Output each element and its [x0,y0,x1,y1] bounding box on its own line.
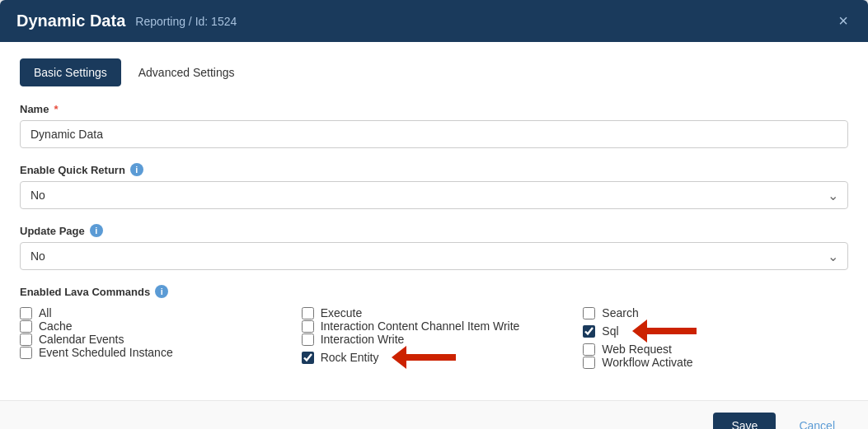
checkbox-interaction-write-label: Interaction Write [321,333,405,346]
checkbox-col3: Search Sql Web Request Workflow Activate [583,306,848,369]
checkbox-sql-label: Sql [602,324,618,338]
checkbox-col2: Execute Interaction Content Channel Item… [302,306,567,369]
modal-container: Dynamic Data Reporting / Id: 1524 × Basi… [0,0,868,429]
enable-quick-return-label: Enable Quick Return i [20,163,848,176]
modal-header: Dynamic Data Reporting / Id: 1524 × [0,0,868,42]
checkbox-execute-label: Execute [321,306,363,319]
save-button[interactable]: Save [713,413,776,429]
rock-entity-arrow-indicator [392,346,456,369]
checkbox-sql[interactable] [583,325,595,338]
enable-quick-return-select[interactable]: No Yes [20,181,848,209]
checkbox-rock-entity-label: Rock Entity [321,351,379,364]
checkbox-item-event-scheduled: Event Scheduled Instance [20,346,285,359]
checkbox-item-workflow-activate: Workflow Activate [583,356,848,369]
checkbox-item-web-request: Web Request [583,343,848,356]
enable-quick-return-select-wrapper: No Yes ⌄ [20,181,848,209]
checkbox-rock-entity[interactable] [302,352,314,364]
name-input[interactable] [20,120,848,148]
tab-advanced-settings[interactable]: Advanced Settings [124,58,249,86]
lava-commands-label: Enabled Lava Commands i [20,285,848,298]
checkbox-calendar-events-label: Calendar Events [39,333,124,346]
update-page-select[interactable]: No Yes [20,242,848,270]
update-page-label: Update Page i [20,224,848,237]
update-page-info-icon[interactable]: i [90,224,103,237]
checkbox-item-sql: Sql [583,319,848,343]
checkbox-execute[interactable] [302,307,314,319]
checkbox-search-label: Search [602,306,638,319]
checkbox-item-cache: Cache [20,319,285,333]
checkbox-cache[interactable] [20,320,32,333]
modal-header-left: Dynamic Data Reporting / Id: 1524 [16,12,237,30]
checkbox-cache-label: Cache [39,319,72,333]
checkbox-calendar-events[interactable] [20,333,32,346]
update-page-group: Update Page i No Yes ⌄ [20,224,848,270]
name-required: * [54,103,58,115]
checkbox-interaction-write[interactable] [302,333,314,346]
tab-basic-settings[interactable]: Basic Settings [20,58,121,86]
checkbox-web-request-label: Web Request [602,343,672,356]
lava-commands-info-icon[interactable]: i [155,285,168,298]
checkbox-web-request[interactable] [583,343,595,356]
checkbox-interaction-content[interactable] [302,320,314,333]
checkbox-all-label: All [39,306,52,319]
tabs-container: Basic Settings Advanced Settings [20,58,848,86]
checkbox-item-all: All [20,306,285,319]
update-page-select-wrapper: No Yes ⌄ [20,242,848,270]
checkbox-col1: All Cache Calendar Events Event Schedule… [20,306,285,369]
enable-quick-return-info-icon[interactable]: i [130,163,143,176]
checkbox-item-search: Search [583,306,848,319]
checkbox-item-interaction-content: Interaction Content Channel Item Write [302,319,567,333]
checkbox-item-rock-entity: Rock Entity [302,346,567,369]
checkbox-grid: All Cache Calendar Events Event Schedule… [20,306,848,369]
sql-arrow-indicator [632,319,697,343]
name-group: Name * [20,103,848,148]
checkbox-item-execute: Execute [302,306,567,319]
checkbox-interaction-content-label: Interaction Content Channel Item Write [321,319,520,333]
checkbox-event-scheduled[interactable] [20,347,32,359]
checkbox-item-interaction-write: Interaction Write [302,333,567,346]
modal-subtitle: Reporting / Id: 1524 [135,15,237,28]
modal-footer: Save Cancel [0,400,868,429]
modal-close-button[interactable]: × [835,12,852,30]
cancel-button[interactable]: Cancel [786,413,848,429]
checkbox-workflow-activate[interactable] [583,357,595,369]
checkbox-all[interactable] [20,307,32,319]
name-label: Name * [20,103,848,115]
modal-body: Basic Settings Advanced Settings Name * … [0,42,868,400]
checkbox-item-calendar-events: Calendar Events [20,333,285,346]
enable-quick-return-group: Enable Quick Return i No Yes ⌄ [20,163,848,209]
modal-title: Dynamic Data [16,12,125,30]
checkbox-workflow-activate-label: Workflow Activate [602,356,692,369]
checkbox-search[interactable] [583,307,595,319]
checkbox-event-scheduled-label: Event Scheduled Instance [39,346,173,359]
lava-commands-group: Enabled Lava Commands i All Cache [20,285,848,369]
